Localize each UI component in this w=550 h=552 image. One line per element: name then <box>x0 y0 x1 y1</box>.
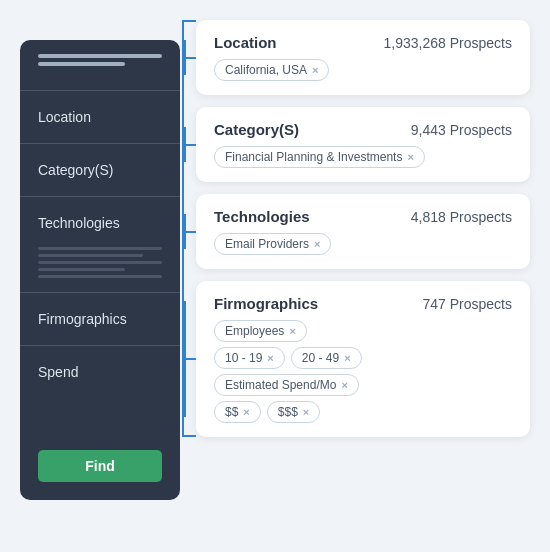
sidebar-item-location[interactable]: Location <box>20 99 180 135</box>
card-location-title: Location <box>214 34 277 51</box>
card-location-tags: California, USA × <box>214 59 512 81</box>
card-location: Location 1,933,268 Prospects California,… <box>196 20 530 95</box>
tech-line-5 <box>38 275 162 278</box>
tag-email-providers-remove[interactable]: × <box>314 238 320 250</box>
card-category: Category(S) 9,443 Prospects Financial Pl… <box>196 107 530 182</box>
sidebar-divider-3 <box>20 292 180 293</box>
tag-spend-mid-remove[interactable]: × <box>303 406 309 418</box>
tag-financial-planning-remove[interactable]: × <box>407 151 413 163</box>
tech-line-2 <box>38 254 143 257</box>
firmographics-tags-row1: Employees × <box>214 320 512 342</box>
tech-line-1 <box>38 247 162 250</box>
tag-california-label: California, USA <box>225 63 307 77</box>
firmographics-tags-row2: 10 - 19 × 20 - 49 × <box>214 347 512 369</box>
blue-bracket-top <box>182 20 196 22</box>
cards-area: Location 1,933,268 Prospects California,… <box>196 20 530 437</box>
tag-email-providers-label: Email Providers <box>225 237 309 251</box>
firmographics-tags-row3: Estimated Spend/Mo × <box>214 374 512 396</box>
tag-employees[interactable]: Employees × <box>214 320 307 342</box>
sidebar-divider-4 <box>20 345 180 346</box>
tag-financial-planning-label: Financial Planning & Investments <box>225 150 402 164</box>
card-location-count: 1,933,268 Prospects <box>384 35 512 51</box>
main-container: Location Category(S) Technologies Firmog… <box>0 0 550 552</box>
sidebar: Location Category(S) Technologies Firmog… <box>20 40 180 500</box>
card-firmographics-header: Firmographics 747 Prospects <box>214 295 512 312</box>
tech-line-4 <box>38 268 125 271</box>
card-location-header: Location 1,933,268 Prospects <box>214 34 512 51</box>
firmographics-tags-row4: $$ × $$$ × <box>214 401 512 423</box>
sidebar-item-technologies[interactable]: Technologies <box>20 205 180 241</box>
card-technologies-count: 4,818 Prospects <box>411 209 512 225</box>
tag-email-providers[interactable]: Email Providers × <box>214 233 331 255</box>
find-button[interactable]: Find <box>38 450 162 482</box>
cards-wrapper: Location 1,933,268 Prospects California,… <box>196 20 530 437</box>
logo-bar-2 <box>38 62 125 66</box>
tag-10-19-remove[interactable]: × <box>267 352 273 364</box>
card-firmographics-title: Firmographics <box>214 295 318 312</box>
card-category-title: Category(S) <box>214 121 299 138</box>
tag-california[interactable]: California, USA × <box>214 59 329 81</box>
tag-spend-low-label: $$ <box>225 405 238 419</box>
sidebar-tech-lines <box>20 241 180 284</box>
tag-spend-mid[interactable]: $$$ × <box>267 401 320 423</box>
tag-20-49-remove[interactable]: × <box>344 352 350 364</box>
tag-estimated-spend-remove[interactable]: × <box>341 379 347 391</box>
tag-california-remove[interactable]: × <box>312 64 318 76</box>
tag-employees-remove[interactable]: × <box>289 325 295 337</box>
tag-spend-low[interactable]: $$ × <box>214 401 261 423</box>
card-technologies-title: Technologies <box>214 208 310 225</box>
card-technologies-header: Technologies 4,818 Prospects <box>214 208 512 225</box>
tag-employees-label: Employees <box>225 324 284 338</box>
card-firmographics-count: 747 Prospects <box>423 296 513 312</box>
logo-bar-1 <box>38 54 162 58</box>
sidebar-logo <box>20 54 180 82</box>
sidebar-divider-top <box>20 90 180 91</box>
sidebar-divider-1 <box>20 143 180 144</box>
blue-connector-line <box>182 20 184 437</box>
tag-financial-planning[interactable]: Financial Planning & Investments × <box>214 146 425 168</box>
tag-spend-low-remove[interactable]: × <box>243 406 249 418</box>
card-category-header: Category(S) 9,443 Prospects <box>214 121 512 138</box>
tag-10-19[interactable]: 10 - 19 × <box>214 347 285 369</box>
sidebar-item-firmographics[interactable]: Firmographics <box>20 301 180 337</box>
tag-10-19-label: 10 - 19 <box>225 351 262 365</box>
sidebar-divider-2 <box>20 196 180 197</box>
tech-line-3 <box>38 261 162 264</box>
tag-estimated-spend[interactable]: Estimated Spend/Mo × <box>214 374 359 396</box>
sidebar-item-category[interactable]: Category(S) <box>20 152 180 188</box>
card-category-tags: Financial Planning & Investments × <box>214 146 512 168</box>
card-technologies-tags: Email Providers × <box>214 233 512 255</box>
card-technologies: Technologies 4,818 Prospects Email Provi… <box>196 194 530 269</box>
card-firmographics: Firmographics 747 Prospects Employees × … <box>196 281 530 437</box>
tag-20-49-label: 20 - 49 <box>302 351 339 365</box>
tag-20-49[interactable]: 20 - 49 × <box>291 347 362 369</box>
card-category-count: 9,443 Prospects <box>411 122 512 138</box>
tag-estimated-spend-label: Estimated Spend/Mo <box>225 378 336 392</box>
sidebar-item-spend[interactable]: Spend <box>20 354 180 390</box>
tag-spend-mid-label: $$$ <box>278 405 298 419</box>
blue-bracket-bottom <box>182 435 196 437</box>
